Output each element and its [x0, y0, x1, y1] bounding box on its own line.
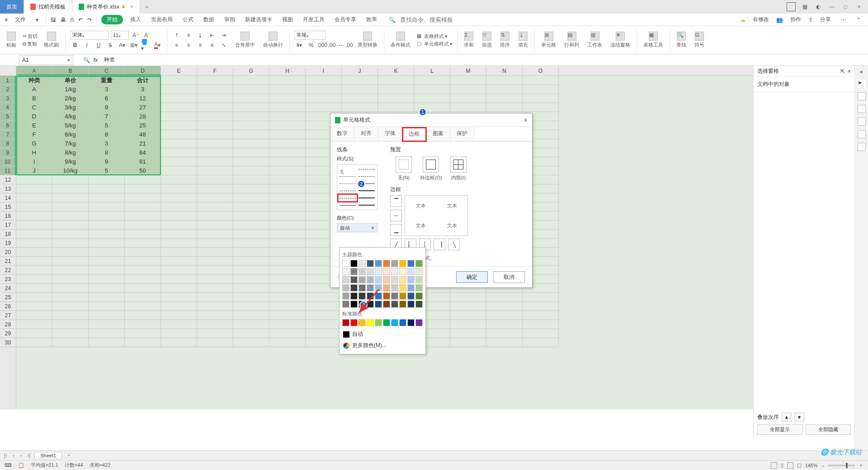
- color-swatch[interactable]: [407, 301, 415, 308]
- tab-close-icon[interactable]: ×: [130, 4, 133, 10]
- zoom-out-button[interactable]: –: [821, 463, 824, 468]
- cell[interactable]: [306, 94, 342, 103]
- cells-button[interactable]: ⊞单元格: [539, 32, 558, 48]
- increase-font-icon[interactable]: A⁺: [131, 31, 141, 40]
- col-header[interactable]: J: [342, 66, 378, 75]
- color-swatch[interactable]: [383, 319, 390, 326]
- cell[interactable]: [233, 148, 269, 157]
- col-header[interactable]: O: [523, 66, 559, 75]
- row-header[interactable]: 11: [0, 166, 16, 175]
- cell[interactable]: E: [16, 121, 52, 130]
- cell[interactable]: [89, 221, 125, 230]
- color-swatch[interactable]: [350, 284, 358, 291]
- cell[interactable]: [52, 293, 89, 302]
- col-header[interactable]: M: [450, 66, 486, 75]
- cell[interactable]: [197, 293, 233, 302]
- cell[interactable]: [523, 320, 559, 329]
- row-header[interactable]: 1: [0, 76, 16, 85]
- cut-button[interactable]: ✂ 剪切: [23, 33, 38, 40]
- color-swatch[interactable]: [375, 319, 382, 326]
- color-swatch[interactable]: [359, 276, 366, 283]
- menu-hamburger-icon[interactable]: ≡: [5, 17, 8, 23]
- cell[interactable]: [269, 166, 306, 175]
- has-changes-label[interactable]: 有修改: [750, 15, 772, 24]
- cell[interactable]: [523, 85, 559, 94]
- cell[interactable]: [197, 338, 233, 347]
- cell[interactable]: [486, 103, 523, 112]
- color-swatch[interactable]: [391, 301, 398, 308]
- cell[interactable]: [161, 239, 197, 248]
- cell[interactable]: [378, 103, 414, 112]
- cell[interactable]: [269, 329, 306, 338]
- cell[interactable]: [125, 293, 161, 302]
- cell[interactable]: 5: [89, 166, 125, 175]
- cell[interactable]: [52, 302, 89, 311]
- cell[interactable]: [486, 85, 523, 94]
- copy-button[interactable]: ⧉ 复制: [23, 41, 38, 47]
- cell[interactable]: [125, 284, 161, 293]
- cell[interactable]: [486, 311, 523, 320]
- color-swatch[interactable]: [350, 268, 358, 275]
- cell[interactable]: [161, 202, 197, 212]
- color-swatch[interactable]: [342, 284, 349, 291]
- color-swatch[interactable]: [350, 260, 358, 267]
- cell[interactable]: [89, 320, 125, 329]
- cell[interactable]: [52, 184, 89, 193]
- color-swatch[interactable]: [407, 260, 415, 267]
- command-search-input[interactable]: [400, 16, 468, 23]
- color-swatch[interactable]: [399, 268, 406, 275]
- cell[interactable]: 8: [89, 148, 125, 157]
- cell[interactable]: [125, 275, 161, 284]
- cell[interactable]: [450, 329, 486, 338]
- row-header[interactable]: 21: [0, 257, 16, 266]
- theme-color-grid[interactable]: [342, 260, 423, 308]
- sheet-nav-first[interactable]: |‹: [3, 452, 9, 459]
- cell[interactable]: [269, 248, 306, 257]
- row-header[interactable]: 12: [0, 175, 16, 184]
- dialog-close-button[interactable]: ×: [524, 117, 528, 124]
- cell[interactable]: [233, 212, 269, 221]
- cell[interactable]: [197, 320, 233, 329]
- cell[interactable]: [269, 311, 306, 320]
- cell[interactable]: [269, 239, 306, 248]
- align-justify-icon[interactable]: ≡: [207, 41, 217, 50]
- cell[interactable]: [342, 103, 378, 112]
- cell[interactable]: [16, 202, 52, 212]
- cell[interactable]: [486, 320, 523, 329]
- cell[interactable]: [269, 266, 306, 275]
- user-avatar-icon[interactable]: ◐: [814, 2, 823, 11]
- align-right-icon[interactable]: ≡: [195, 41, 205, 50]
- cell[interactable]: [269, 175, 306, 184]
- cell[interactable]: [197, 311, 233, 320]
- color-swatch[interactable]: [391, 268, 398, 275]
- cell[interactable]: [197, 148, 233, 157]
- color-swatch[interactable]: [407, 276, 415, 283]
- cell[interactable]: [197, 202, 233, 212]
- cell[interactable]: 8/kg: [52, 148, 89, 157]
- cell[interactable]: [450, 320, 486, 329]
- fill-button[interactable]: ⭣填充: [516, 32, 530, 48]
- color-swatch[interactable]: [415, 301, 423, 308]
- cell[interactable]: [197, 85, 233, 94]
- cell[interactable]: [233, 193, 269, 202]
- standard-color-grid[interactable]: [342, 319, 423, 326]
- cell[interactable]: [523, 76, 559, 85]
- cell[interactable]: [486, 302, 523, 311]
- color-swatch[interactable]: [415, 319, 423, 326]
- cell[interactable]: [486, 94, 523, 103]
- cell[interactable]: [197, 329, 233, 338]
- cell[interactable]: [233, 157, 269, 166]
- color-swatch[interactable]: [391, 260, 398, 267]
- col-header[interactable]: E: [161, 66, 197, 75]
- cell[interactable]: [233, 257, 269, 266]
- dlg-tab-protect[interactable]: 保护: [450, 127, 474, 141]
- cell[interactable]: [233, 329, 269, 338]
- cell[interactable]: [233, 239, 269, 248]
- cell[interactable]: [161, 76, 197, 85]
- align-bottom-icon[interactable]: ⭳: [195, 31, 205, 40]
- cell[interactable]: [52, 175, 89, 184]
- cell[interactable]: [125, 329, 161, 338]
- cell[interactable]: 4/kg: [52, 112, 89, 121]
- col-header[interactable]: K: [378, 66, 414, 75]
- font-color-button[interactable]: A▾: [152, 41, 162, 50]
